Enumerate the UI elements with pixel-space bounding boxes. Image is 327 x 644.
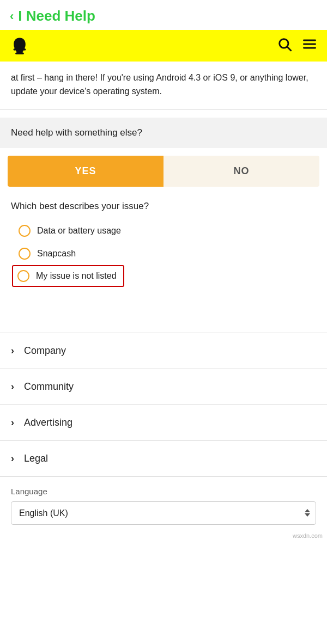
footer-nav-community-label: Community (24, 381, 74, 392)
chevron-company-icon: › (11, 345, 14, 357)
help-prompt: Need help with something else? (0, 118, 327, 148)
search-icon[interactable] (277, 36, 292, 56)
chevron-legal-icon: › (11, 453, 14, 464)
radio-circle-data-battery (19, 225, 31, 237)
issue-section-label: Which best describes your issue? (0, 199, 327, 219)
back-icon[interactable]: ‹ (10, 9, 14, 23)
footer-nav-advertising[interactable]: › Advertising (0, 405, 327, 441)
watermark: wsxdn.com (0, 530, 327, 541)
chevron-community-icon: › (11, 381, 14, 392)
footer-nav-legal-label: Legal (24, 453, 48, 464)
radio-label-snapcash: Snapcash (37, 249, 76, 259)
language-title: Language (11, 487, 316, 496)
language-select-wrapper: English (UK) English (US) French German … (11, 501, 316, 525)
footer-nav-company-label: Company (24, 345, 66, 357)
radio-item-not-listed[interactable]: My issue is not listed (12, 265, 124, 287)
radio-label-data-battery: Data or battery usage (37, 226, 121, 236)
header-icons (277, 36, 317, 56)
spacer (0, 300, 327, 333)
page-title: I Need Help (18, 8, 95, 24)
footer-nav-company[interactable]: › Company (0, 333, 327, 369)
yes-button[interactable]: YES (8, 156, 164, 187)
article-text: at first – hang in there! If you're usin… (0, 62, 327, 110)
radio-label-not-listed: My issue is not listed (36, 271, 117, 281)
footer-nav: › Company › Community › Advertising › Le… (0, 333, 327, 477)
chevron-advertising-icon: › (11, 417, 14, 428)
footer-nav-advertising-label: Advertising (24, 417, 72, 428)
snapchat-logo (10, 36, 29, 56)
radio-circle-not-listed (17, 270, 29, 282)
footer-nav-community[interactable]: › Community (0, 369, 327, 405)
radio-group: Data or battery usage Snapcash My issue … (0, 219, 327, 300)
radio-item-snapcash[interactable]: Snapcash (19, 242, 316, 265)
no-button[interactable]: NO (164, 156, 319, 187)
radio-item-data-battery[interactable]: Data or battery usage (19, 219, 316, 242)
back-navigation: ‹ I Need Help (0, 0, 327, 30)
menu-icon[interactable] (302, 36, 317, 56)
radio-circle-snapcash (19, 248, 31, 260)
header-bar (0, 30, 327, 62)
yes-no-row: YES NO (8, 156, 319, 187)
language-select[interactable]: English (UK) English (US) French German … (11, 502, 316, 524)
language-section: Language English (UK) English (US) Frenc… (0, 477, 327, 530)
footer-nav-legal[interactable]: › Legal (0, 441, 327, 477)
svg-line-1 (287, 47, 290, 50)
